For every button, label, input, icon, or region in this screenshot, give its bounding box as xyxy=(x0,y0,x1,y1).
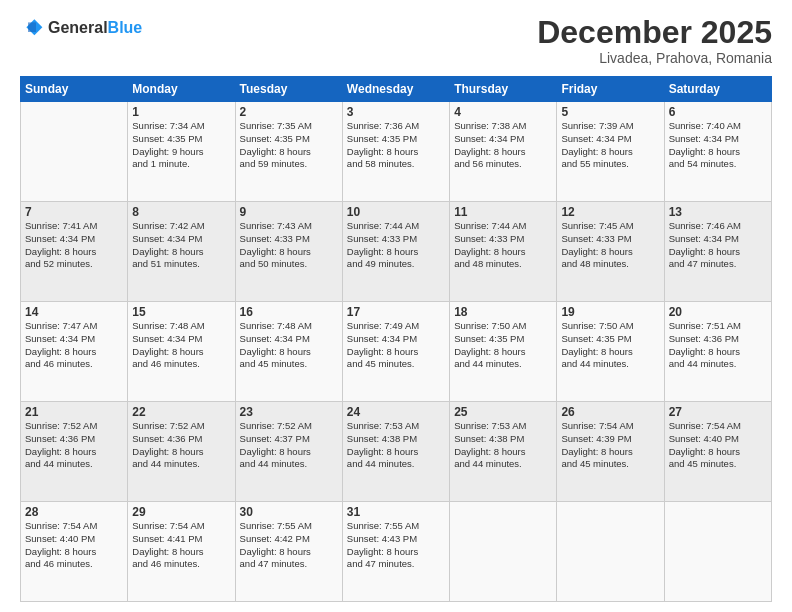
day-number: 29 xyxy=(132,505,230,519)
calendar-cell: 22Sunrise: 7:52 AM Sunset: 4:36 PM Dayli… xyxy=(128,402,235,502)
week-row-3: 21Sunrise: 7:52 AM Sunset: 4:36 PM Dayli… xyxy=(21,402,772,502)
calendar-cell: 27Sunrise: 7:54 AM Sunset: 4:40 PM Dayli… xyxy=(664,402,771,502)
day-number: 21 xyxy=(25,405,123,419)
header-cell-tuesday: Tuesday xyxy=(235,77,342,102)
calendar-cell: 28Sunrise: 7:54 AM Sunset: 4:40 PM Dayli… xyxy=(21,502,128,602)
calendar-body: 1Sunrise: 7:34 AM Sunset: 4:35 PM Daylig… xyxy=(21,102,772,602)
calendar-cell: 7Sunrise: 7:41 AM Sunset: 4:34 PM Daylig… xyxy=(21,202,128,302)
header-cell-saturday: Saturday xyxy=(664,77,771,102)
day-number: 8 xyxy=(132,205,230,219)
calendar-cell: 4Sunrise: 7:38 AM Sunset: 4:34 PM Daylig… xyxy=(450,102,557,202)
day-info: Sunrise: 7:54 AM Sunset: 4:40 PM Dayligh… xyxy=(669,420,767,471)
calendar-cell: 18Sunrise: 7:50 AM Sunset: 4:35 PM Dayli… xyxy=(450,302,557,402)
calendar-cell xyxy=(21,102,128,202)
day-info: Sunrise: 7:43 AM Sunset: 4:33 PM Dayligh… xyxy=(240,220,338,271)
day-info: Sunrise: 7:40 AM Sunset: 4:34 PM Dayligh… xyxy=(669,120,767,171)
week-row-0: 1Sunrise: 7:34 AM Sunset: 4:35 PM Daylig… xyxy=(21,102,772,202)
day-number: 30 xyxy=(240,505,338,519)
day-info: Sunrise: 7:54 AM Sunset: 4:39 PM Dayligh… xyxy=(561,420,659,471)
day-info: Sunrise: 7:45 AM Sunset: 4:33 PM Dayligh… xyxy=(561,220,659,271)
calendar-cell: 16Sunrise: 7:48 AM Sunset: 4:34 PM Dayli… xyxy=(235,302,342,402)
day-number: 18 xyxy=(454,305,552,319)
header-cell-monday: Monday xyxy=(128,77,235,102)
calendar-cell xyxy=(557,502,664,602)
day-number: 25 xyxy=(454,405,552,419)
day-info: Sunrise: 7:53 AM Sunset: 4:38 PM Dayligh… xyxy=(347,420,445,471)
svg-marker-1 xyxy=(28,22,36,32)
calendar-header: SundayMondayTuesdayWednesdayThursdayFrid… xyxy=(21,77,772,102)
calendar-cell: 23Sunrise: 7:52 AM Sunset: 4:37 PM Dayli… xyxy=(235,402,342,502)
day-number: 5 xyxy=(561,105,659,119)
header-cell-friday: Friday xyxy=(557,77,664,102)
header: GeneralBlue December 2025 Livadea, Praho… xyxy=(20,16,772,66)
calendar-cell: 11Sunrise: 7:44 AM Sunset: 4:33 PM Dayli… xyxy=(450,202,557,302)
day-number: 20 xyxy=(669,305,767,319)
day-number: 9 xyxy=(240,205,338,219)
calendar-cell: 12Sunrise: 7:45 AM Sunset: 4:33 PM Dayli… xyxy=(557,202,664,302)
calendar-cell: 25Sunrise: 7:53 AM Sunset: 4:38 PM Dayli… xyxy=(450,402,557,502)
day-number: 15 xyxy=(132,305,230,319)
day-info: Sunrise: 7:55 AM Sunset: 4:43 PM Dayligh… xyxy=(347,520,445,571)
day-info: Sunrise: 7:48 AM Sunset: 4:34 PM Dayligh… xyxy=(132,320,230,371)
logo-icon xyxy=(20,16,44,40)
logo: GeneralBlue xyxy=(20,16,142,40)
day-number: 11 xyxy=(454,205,552,219)
day-number: 27 xyxy=(669,405,767,419)
calendar-cell: 26Sunrise: 7:54 AM Sunset: 4:39 PM Dayli… xyxy=(557,402,664,502)
day-number: 14 xyxy=(25,305,123,319)
day-info: Sunrise: 7:51 AM Sunset: 4:36 PM Dayligh… xyxy=(669,320,767,371)
day-number: 26 xyxy=(561,405,659,419)
day-info: Sunrise: 7:44 AM Sunset: 4:33 PM Dayligh… xyxy=(454,220,552,271)
calendar-cell: 3Sunrise: 7:36 AM Sunset: 4:35 PM Daylig… xyxy=(342,102,449,202)
calendar-cell: 6Sunrise: 7:40 AM Sunset: 4:34 PM Daylig… xyxy=(664,102,771,202)
day-number: 17 xyxy=(347,305,445,319)
calendar-cell xyxy=(450,502,557,602)
calendar-cell: 29Sunrise: 7:54 AM Sunset: 4:41 PM Dayli… xyxy=(128,502,235,602)
week-row-4: 28Sunrise: 7:54 AM Sunset: 4:40 PM Dayli… xyxy=(21,502,772,602)
day-number: 7 xyxy=(25,205,123,219)
day-info: Sunrise: 7:34 AM Sunset: 4:35 PM Dayligh… xyxy=(132,120,230,171)
title-area: December 2025 Livadea, Prahova, Romania xyxy=(537,16,772,66)
calendar-cell: 10Sunrise: 7:44 AM Sunset: 4:33 PM Dayli… xyxy=(342,202,449,302)
day-info: Sunrise: 7:52 AM Sunset: 4:36 PM Dayligh… xyxy=(132,420,230,471)
day-number: 2 xyxy=(240,105,338,119)
page: GeneralBlue December 2025 Livadea, Praho… xyxy=(0,0,792,612)
header-cell-wednesday: Wednesday xyxy=(342,77,449,102)
week-row-1: 7Sunrise: 7:41 AM Sunset: 4:34 PM Daylig… xyxy=(21,202,772,302)
calendar-cell: 14Sunrise: 7:47 AM Sunset: 4:34 PM Dayli… xyxy=(21,302,128,402)
day-number: 1 xyxy=(132,105,230,119)
day-number: 12 xyxy=(561,205,659,219)
header-cell-sunday: Sunday xyxy=(21,77,128,102)
day-number: 24 xyxy=(347,405,445,419)
day-info: Sunrise: 7:36 AM Sunset: 4:35 PM Dayligh… xyxy=(347,120,445,171)
day-number: 10 xyxy=(347,205,445,219)
calendar-cell: 13Sunrise: 7:46 AM Sunset: 4:34 PM Dayli… xyxy=(664,202,771,302)
calendar-cell: 1Sunrise: 7:34 AM Sunset: 4:35 PM Daylig… xyxy=(128,102,235,202)
day-info: Sunrise: 7:47 AM Sunset: 4:34 PM Dayligh… xyxy=(25,320,123,371)
calendar-cell: 8Sunrise: 7:42 AM Sunset: 4:34 PM Daylig… xyxy=(128,202,235,302)
day-number: 23 xyxy=(240,405,338,419)
day-number: 31 xyxy=(347,505,445,519)
day-number: 22 xyxy=(132,405,230,419)
day-number: 13 xyxy=(669,205,767,219)
calendar-cell: 17Sunrise: 7:49 AM Sunset: 4:34 PM Dayli… xyxy=(342,302,449,402)
day-info: Sunrise: 7:46 AM Sunset: 4:34 PM Dayligh… xyxy=(669,220,767,271)
day-info: Sunrise: 7:52 AM Sunset: 4:36 PM Dayligh… xyxy=(25,420,123,471)
day-info: Sunrise: 7:38 AM Sunset: 4:34 PM Dayligh… xyxy=(454,120,552,171)
calendar-cell: 5Sunrise: 7:39 AM Sunset: 4:34 PM Daylig… xyxy=(557,102,664,202)
calendar-cell xyxy=(664,502,771,602)
day-info: Sunrise: 7:35 AM Sunset: 4:35 PM Dayligh… xyxy=(240,120,338,171)
calendar-cell: 30Sunrise: 7:55 AM Sunset: 4:42 PM Dayli… xyxy=(235,502,342,602)
header-row: SundayMondayTuesdayWednesdayThursdayFrid… xyxy=(21,77,772,102)
day-info: Sunrise: 7:52 AM Sunset: 4:37 PM Dayligh… xyxy=(240,420,338,471)
day-number: 6 xyxy=(669,105,767,119)
calendar-table: SundayMondayTuesdayWednesdayThursdayFrid… xyxy=(20,76,772,602)
day-info: Sunrise: 7:39 AM Sunset: 4:34 PM Dayligh… xyxy=(561,120,659,171)
day-info: Sunrise: 7:50 AM Sunset: 4:35 PM Dayligh… xyxy=(454,320,552,371)
day-info: Sunrise: 7:49 AM Sunset: 4:34 PM Dayligh… xyxy=(347,320,445,371)
day-info: Sunrise: 7:55 AM Sunset: 4:42 PM Dayligh… xyxy=(240,520,338,571)
day-info: Sunrise: 7:42 AM Sunset: 4:34 PM Dayligh… xyxy=(132,220,230,271)
calendar-cell: 2Sunrise: 7:35 AM Sunset: 4:35 PM Daylig… xyxy=(235,102,342,202)
day-number: 19 xyxy=(561,305,659,319)
week-row-2: 14Sunrise: 7:47 AM Sunset: 4:34 PM Dayli… xyxy=(21,302,772,402)
